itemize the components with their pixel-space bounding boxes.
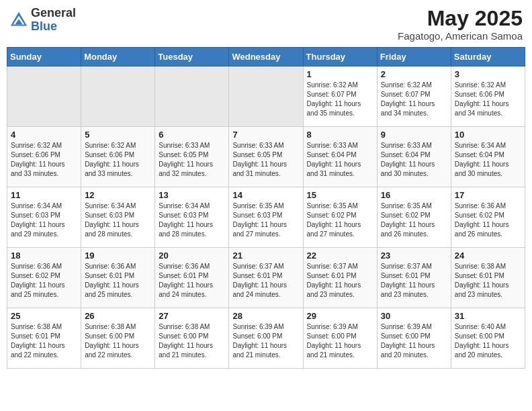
day-info: Sunrise: 6:38 AM Sunset: 6:01 PM Dayligh… bbox=[11, 322, 77, 360]
day-info: Sunrise: 6:36 AM Sunset: 6:01 PM Dayligh… bbox=[85, 262, 151, 300]
logo-icon bbox=[9, 11, 28, 30]
day-number: 27 bbox=[159, 311, 225, 321]
day-info: Sunrise: 6:39 AM Sunset: 6:00 PM Dayligh… bbox=[307, 322, 373, 360]
calendar-week-5: 25Sunrise: 6:38 AM Sunset: 6:01 PM Dayli… bbox=[7, 308, 525, 369]
day-info: Sunrise: 6:37 AM Sunset: 6:01 PM Dayligh… bbox=[307, 262, 373, 300]
page-header: General Blue May 2025 Fagatogo, American… bbox=[7, 7, 525, 42]
day-info: Sunrise: 6:36 AM Sunset: 6:02 PM Dayligh… bbox=[11, 262, 77, 300]
calendar-day: 6Sunrise: 6:33 AM Sunset: 6:05 PM Daylig… bbox=[155, 127, 229, 187]
day-info: Sunrise: 6:32 AM Sunset: 6:07 PM Dayligh… bbox=[307, 81, 373, 118]
calendar-day: 14Sunrise: 6:35 AM Sunset: 6:03 PM Dayli… bbox=[229, 187, 303, 248]
calendar-day: 24Sunrise: 6:38 AM Sunset: 6:01 PM Dayli… bbox=[451, 248, 525, 308]
day-number: 5 bbox=[85, 130, 151, 140]
calendar-day bbox=[229, 66, 303, 127]
day-info: Sunrise: 6:37 AM Sunset: 6:01 PM Dayligh… bbox=[381, 262, 447, 300]
calendar-day: 4Sunrise: 6:32 AM Sunset: 6:06 PM Daylig… bbox=[7, 127, 81, 187]
calendar-day: 22Sunrise: 6:37 AM Sunset: 6:01 PM Dayli… bbox=[303, 248, 377, 308]
weekday-header-thursday: Thursday bbox=[303, 48, 377, 66]
day-number: 20 bbox=[159, 250, 225, 261]
month-title: May 2025 bbox=[398, 7, 523, 30]
calendar-day: 8Sunrise: 6:33 AM Sunset: 6:04 PM Daylig… bbox=[303, 127, 377, 187]
calendar-day: 1Sunrise: 6:32 AM Sunset: 6:07 PM Daylig… bbox=[303, 66, 377, 127]
day-info: Sunrise: 6:35 AM Sunset: 6:03 PM Dayligh… bbox=[232, 201, 299, 239]
day-info: Sunrise: 6:38 AM Sunset: 6:01 PM Dayligh… bbox=[455, 262, 521, 300]
calendar-day: 20Sunrise: 6:36 AM Sunset: 6:01 PM Dayli… bbox=[155, 248, 229, 308]
day-info: Sunrise: 6:36 AM Sunset: 6:01 PM Dayligh… bbox=[159, 262, 225, 300]
calendar-day: 13Sunrise: 6:34 AM Sunset: 6:03 PM Dayli… bbox=[155, 187, 229, 248]
calendar-day: 21Sunrise: 6:37 AM Sunset: 6:01 PM Dayli… bbox=[229, 248, 303, 308]
day-info: Sunrise: 6:32 AM Sunset: 6:06 PM Dayligh… bbox=[455, 81, 521, 118]
calendar: SundayMondayTuesdayWednesdayThursdayFrid… bbox=[7, 47, 525, 369]
calendar-day: 15Sunrise: 6:35 AM Sunset: 6:02 PM Dayli… bbox=[303, 187, 377, 248]
day-info: Sunrise: 6:33 AM Sunset: 6:04 PM Dayligh… bbox=[381, 141, 447, 179]
calendar-day: 28Sunrise: 6:39 AM Sunset: 6:00 PM Dayli… bbox=[229, 308, 303, 369]
day-number: 4 bbox=[11, 130, 77, 140]
day-info: Sunrise: 6:37 AM Sunset: 6:01 PM Dayligh… bbox=[232, 262, 299, 300]
day-number: 13 bbox=[159, 190, 225, 200]
day-number: 12 bbox=[85, 190, 151, 200]
title-block: May 2025 Fagatogo, American Samoa bbox=[398, 7, 523, 42]
day-info: Sunrise: 6:34 AM Sunset: 6:03 PM Dayligh… bbox=[11, 201, 77, 239]
calendar-day: 5Sunrise: 6:32 AM Sunset: 6:06 PM Daylig… bbox=[81, 127, 155, 187]
calendar-day: 11Sunrise: 6:34 AM Sunset: 6:03 PM Dayli… bbox=[7, 187, 81, 248]
day-number: 6 bbox=[159, 130, 225, 140]
logo-general: General bbox=[31, 6, 76, 19]
calendar-week-3: 11Sunrise: 6:34 AM Sunset: 6:03 PM Dayli… bbox=[7, 187, 525, 248]
day-number: 29 bbox=[307, 311, 373, 321]
day-info: Sunrise: 6:33 AM Sunset: 6:04 PM Dayligh… bbox=[307, 141, 373, 179]
day-number: 9 bbox=[381, 130, 447, 140]
day-info: Sunrise: 6:33 AM Sunset: 6:05 PM Dayligh… bbox=[232, 141, 299, 179]
calendar-day: 25Sunrise: 6:38 AM Sunset: 6:01 PM Dayli… bbox=[7, 308, 81, 369]
day-number: 11 bbox=[11, 190, 77, 200]
day-number: 30 bbox=[381, 311, 447, 321]
calendar-day: 18Sunrise: 6:36 AM Sunset: 6:02 PM Dayli… bbox=[7, 248, 81, 308]
day-number: 26 bbox=[85, 311, 151, 321]
calendar-day bbox=[7, 66, 81, 127]
day-number: 2 bbox=[381, 69, 447, 79]
day-number: 28 bbox=[232, 311, 299, 321]
day-info: Sunrise: 6:39 AM Sunset: 6:00 PM Dayligh… bbox=[232, 322, 299, 360]
calendar-day: 7Sunrise: 6:33 AM Sunset: 6:05 PM Daylig… bbox=[229, 127, 303, 187]
calendar-day: 2Sunrise: 6:32 AM Sunset: 6:07 PM Daylig… bbox=[377, 66, 451, 127]
calendar-day: 12Sunrise: 6:34 AM Sunset: 6:03 PM Dayli… bbox=[81, 187, 155, 248]
weekday-header-monday: Monday bbox=[81, 48, 155, 66]
day-info: Sunrise: 6:33 AM Sunset: 6:05 PM Dayligh… bbox=[159, 141, 225, 179]
calendar-day: 26Sunrise: 6:38 AM Sunset: 6:00 PM Dayli… bbox=[81, 308, 155, 369]
calendar-day: 29Sunrise: 6:39 AM Sunset: 6:00 PM Dayli… bbox=[303, 308, 377, 369]
day-number: 7 bbox=[232, 130, 299, 140]
day-number: 19 bbox=[85, 250, 151, 261]
weekday-header-row: SundayMondayTuesdayWednesdayThursdayFrid… bbox=[7, 48, 525, 66]
calendar-week-2: 4Sunrise: 6:32 AM Sunset: 6:06 PM Daylig… bbox=[7, 127, 525, 187]
calendar-day: 16Sunrise: 6:35 AM Sunset: 6:02 PM Dayli… bbox=[377, 187, 451, 248]
day-info: Sunrise: 6:35 AM Sunset: 6:02 PM Dayligh… bbox=[307, 201, 373, 239]
day-number: 8 bbox=[307, 130, 373, 140]
weekday-header-saturday: Saturday bbox=[451, 48, 525, 66]
day-info: Sunrise: 6:34 AM Sunset: 6:04 PM Dayligh… bbox=[455, 141, 521, 179]
day-number: 1 bbox=[307, 69, 373, 79]
weekday-header-tuesday: Tuesday bbox=[155, 48, 229, 66]
day-number: 16 bbox=[381, 190, 447, 200]
calendar-day: 17Sunrise: 6:36 AM Sunset: 6:02 PM Dayli… bbox=[451, 187, 525, 248]
calendar-day: 27Sunrise: 6:38 AM Sunset: 6:00 PM Dayli… bbox=[155, 308, 229, 369]
logo-blue: Blue bbox=[31, 19, 57, 33]
day-number: 14 bbox=[232, 190, 299, 200]
location: Fagatogo, American Samoa bbox=[398, 30, 523, 42]
calendar-day bbox=[155, 66, 229, 127]
calendar-day: 23Sunrise: 6:37 AM Sunset: 6:01 PM Dayli… bbox=[377, 248, 451, 308]
day-number: 15 bbox=[307, 190, 373, 200]
calendar-week-1: 1Sunrise: 6:32 AM Sunset: 6:07 PM Daylig… bbox=[7, 66, 525, 127]
day-number: 21 bbox=[232, 250, 299, 261]
day-info: Sunrise: 6:39 AM Sunset: 6:00 PM Dayligh… bbox=[381, 322, 447, 360]
day-info: Sunrise: 6:36 AM Sunset: 6:02 PM Dayligh… bbox=[455, 201, 521, 239]
calendar-day: 3Sunrise: 6:32 AM Sunset: 6:06 PM Daylig… bbox=[451, 66, 525, 127]
weekday-header-wednesday: Wednesday bbox=[229, 48, 303, 66]
day-info: Sunrise: 6:38 AM Sunset: 6:00 PM Dayligh… bbox=[85, 322, 151, 360]
day-number: 22 bbox=[307, 250, 373, 261]
day-info: Sunrise: 6:40 AM Sunset: 6:00 PM Dayligh… bbox=[455, 322, 521, 360]
calendar-day: 31Sunrise: 6:40 AM Sunset: 6:00 PM Dayli… bbox=[451, 308, 525, 369]
day-number: 17 bbox=[455, 190, 521, 200]
day-number: 24 bbox=[455, 250, 521, 261]
weekday-header-sunday: Sunday bbox=[7, 48, 81, 66]
day-number: 3 bbox=[455, 69, 521, 79]
calendar-day: 30Sunrise: 6:39 AM Sunset: 6:00 PM Dayli… bbox=[377, 308, 451, 369]
